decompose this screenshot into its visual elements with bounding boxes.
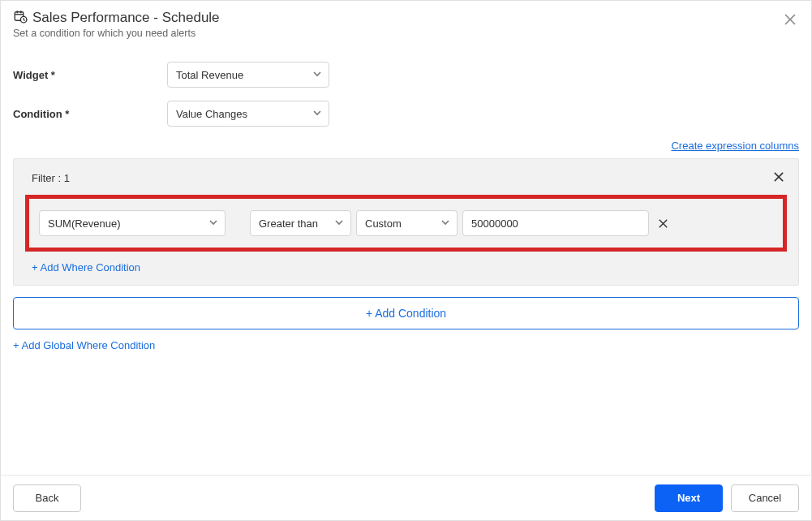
add-condition-button[interactable]: + Add Condition xyxy=(13,297,799,329)
cancel-button[interactable]: Cancel xyxy=(731,484,799,512)
close-icon[interactable] xyxy=(781,9,799,32)
svg-line-6 xyxy=(24,19,24,20)
chevron-down-icon xyxy=(440,217,450,230)
dialog-header: Sales Performance - Schedule Set a condi… xyxy=(13,9,799,39)
expression-link-row: Create expression columns xyxy=(13,140,799,152)
value-input[interactable] xyxy=(462,210,649,236)
remove-filter-button[interactable] xyxy=(771,167,787,188)
widget-select[interactable]: Total Revenue xyxy=(167,62,329,88)
dialog-footer: Back Next Cancel xyxy=(1,475,811,520)
form-area: Widget * Total Revenue Condition * Value… xyxy=(13,62,799,127)
operator-select[interactable]: Greater than xyxy=(250,210,351,236)
filter-header: Filter : 1 xyxy=(25,167,787,188)
value-type: Custom xyxy=(365,217,402,230)
filter-value-group: Greater than Custom xyxy=(250,210,672,236)
filter-panel: Filter : 1 SUM(Revenue) xyxy=(13,158,799,286)
page-title: Sales Performance - Schedule xyxy=(32,10,220,26)
back-label: Back xyxy=(36,492,59,504)
widget-label: Widget * xyxy=(13,69,167,81)
dialog-body: Sales Performance - Schedule Set a condi… xyxy=(1,1,811,475)
cancel-label: Cancel xyxy=(749,492,781,504)
value-type-select[interactable]: Custom xyxy=(356,210,458,236)
condition-value: Value Changes xyxy=(176,108,247,120)
remove-condition-button[interactable] xyxy=(654,217,672,230)
schedule-dialog: Sales Performance - Schedule Set a condi… xyxy=(0,0,812,521)
back-button[interactable]: Back xyxy=(13,484,81,512)
filter-condition-row-highlight: SUM(Revenue) Greater than Custom xyxy=(25,195,787,252)
next-button[interactable]: Next xyxy=(655,484,723,512)
column-value: SUM(Revenue) xyxy=(48,217,121,230)
page-subtitle: Set a condition for which you need alert… xyxy=(13,28,781,39)
add-where-condition-link[interactable]: + Add Where Condition xyxy=(25,261,140,273)
calendar-clock-icon xyxy=(13,9,28,26)
filter-title: Filter : 1 xyxy=(32,172,70,184)
footer-right: Next Cancel xyxy=(655,484,799,512)
add-global-where-link[interactable]: + Add Global Where Condition xyxy=(13,339,155,351)
chevron-down-icon xyxy=(334,217,344,230)
chevron-down-icon xyxy=(312,69,322,81)
condition-label: Condition * xyxy=(13,108,167,120)
filter-column-group: SUM(Revenue) xyxy=(39,210,226,236)
widget-value: Total Revenue xyxy=(176,69,243,81)
chevron-down-icon xyxy=(208,217,218,230)
add-condition-label: + Add Condition xyxy=(366,307,446,320)
condition-row: Condition * Value Changes xyxy=(13,101,799,127)
next-label: Next xyxy=(677,492,700,504)
operator-value: Greater than xyxy=(259,217,318,230)
header-left: Sales Performance - Schedule Set a condi… xyxy=(13,9,781,39)
chevron-down-icon xyxy=(312,108,322,120)
title-line: Sales Performance - Schedule xyxy=(13,9,781,26)
create-expression-columns-link[interactable]: Create expression columns xyxy=(671,140,799,152)
widget-row: Widget * Total Revenue xyxy=(13,62,799,88)
condition-select[interactable]: Value Changes xyxy=(167,101,329,127)
column-select[interactable]: SUM(Revenue) xyxy=(39,210,226,236)
